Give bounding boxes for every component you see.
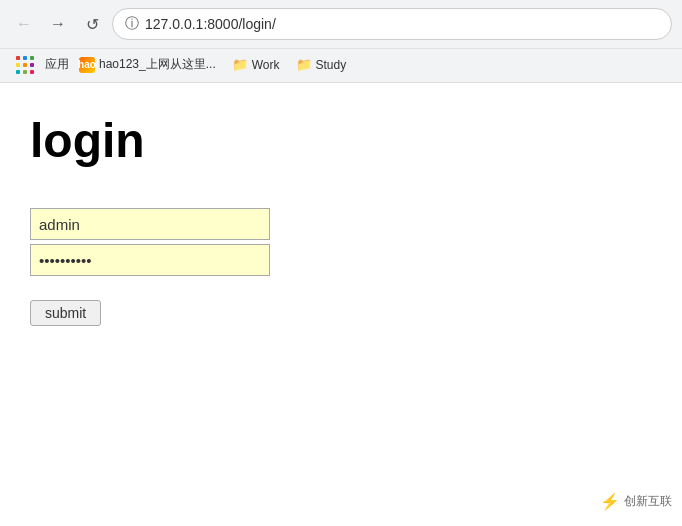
watermark-logo-icon: ⚡ [600,492,620,511]
study-folder-icon: 📁 [296,57,312,72]
address-bar[interactable]: ⓘ [112,8,672,40]
username-input[interactable] [30,208,270,240]
browser-toolbar: ← → ↺ ⓘ [0,0,682,48]
study-bookmark[interactable]: 📁 Study [290,55,353,74]
watermark-text: 创新互联 [624,493,672,510]
username-group [30,208,652,240]
submit-button[interactable]: submit [30,300,101,326]
password-input[interactable] [30,244,270,276]
hao123-bookmark[interactable]: hao hao123_上网从这里... [73,54,222,75]
apps-bookmark[interactable] [10,53,41,76]
work-folder-icon: 📁 [232,57,248,72]
bookmarks-bar: 应用 hao hao123_上网从这里... 📁 Work 📁 Study [0,48,682,82]
info-icon: ⓘ [125,15,139,33]
back-button[interactable]: ← [10,10,38,38]
reload-button[interactable]: ↺ [78,10,106,38]
page-content: login submit ⚡ 创新互联 [0,83,682,521]
study-label: Study [316,58,347,72]
url-input[interactable] [145,16,659,32]
forward-button[interactable]: → [44,10,72,38]
page-title: login [30,113,652,168]
password-group [30,244,652,276]
hao123-label: hao123_上网从这里... [99,56,216,73]
watermark: ⚡ 创新互联 [600,492,672,511]
hao-logo-icon: hao [79,57,95,73]
work-bookmark[interactable]: 📁 Work [226,55,286,74]
work-label: Work [252,58,280,72]
apps-label: 应用 [45,56,69,73]
browser-chrome: ← → ↺ ⓘ 应用 hao hao123_上网从这里... [0,0,682,83]
